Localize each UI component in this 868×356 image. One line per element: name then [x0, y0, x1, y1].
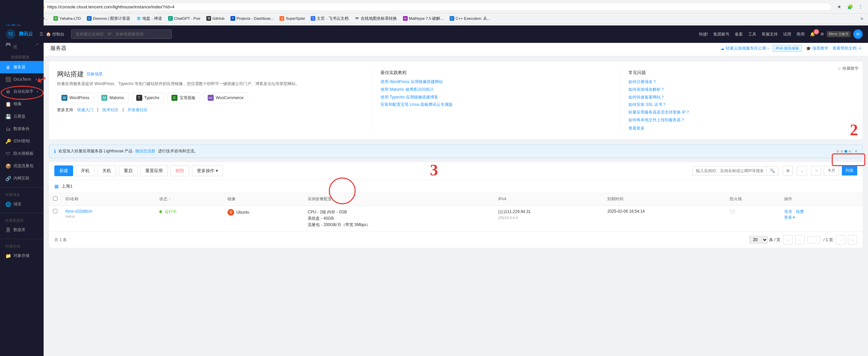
- faq-item-6[interactable]: 如何将本地文件上传到服务器？: [628, 117, 855, 123]
- new-button[interactable]: 新建: [54, 166, 73, 176]
- reset-button[interactable]: 重置应用: [140, 166, 168, 176]
- banner-bookmark[interactable]: ☆ 收藏教学: [837, 66, 859, 71]
- nav-menu-icon[interactable]: ☰: [39, 32, 43, 36]
- ipv6-badge[interactable]: IPv6 抢先体验: [773, 45, 802, 52]
- nav-settings[interactable]: ⚙: [818, 31, 827, 38]
- notif-close-button[interactable]: ×: [855, 148, 858, 154]
- sidebar-item-domain[interactable]: 🌐 域名: [0, 198, 43, 210]
- upload-icon-button[interactable]: ↑: [811, 166, 821, 176]
- traffic-icon: 📦: [5, 164, 11, 169]
- tutorial-item-3[interactable]: 使用 Typecho 应用镜像搭建博客: [380, 95, 607, 100]
- row-checkbox[interactable]: [53, 209, 57, 213]
- nav-order[interactable]: 备案: [732, 30, 746, 38]
- quick-start-link[interactable]: 快速入门: [77, 107, 93, 113]
- external-link-icon: ↗: [35, 78, 37, 81]
- faq-item-5[interactable]: 轻量应用服务器是否支持更换 IP？: [628, 109, 855, 115]
- select-all-checkbox[interactable]: [53, 196, 57, 201]
- bookmark-feishu[interactable]: 飞 主页 - 飞书云文档: [308, 15, 351, 22]
- sidebar-item-ssh[interactable]: 🔑 SSH密钥: [0, 135, 43, 147]
- bookmark-yahaha[interactable]: Y Yahaha-LTD: [51, 15, 84, 22]
- search-icon-button[interactable]: 🔍: [766, 167, 778, 175]
- banner-switch-link[interactable]: 切换场景: [87, 71, 103, 77]
- bookmark-cpp[interactable]: C C++ Execution: 从...: [447, 15, 493, 22]
- dev-community-link[interactable]: 开发者社区: [127, 107, 148, 113]
- list-view-button[interactable]: 列表: [842, 166, 857, 176]
- brand-name: 腾讯云: [19, 31, 33, 37]
- help-link[interactable]: 查看帮助文档 ↗: [832, 45, 861, 51]
- instance-search-input[interactable]: [692, 167, 766, 175]
- restart-button[interactable]: 重启: [119, 166, 137, 176]
- bookmark-projects[interactable]: P Projects - Dashboar...: [228, 15, 276, 22]
- extensions-button[interactable]: 🧩: [845, 2, 855, 11]
- prev-page-button[interactable]: ‹: [795, 235, 805, 245]
- faq-more-link[interactable]: 查看更多: [628, 126, 855, 131]
- next-page-button[interactable]: ›: [836, 235, 845, 245]
- edu-link[interactable]: 🎓 场景教学: [806, 45, 829, 51]
- stop-button[interactable]: 关机: [97, 166, 116, 176]
- nav-bell[interactable]: 🔔 22: [807, 31, 818, 38]
- faq-item-1[interactable]: 如何注册域名？: [628, 79, 855, 85]
- app-wordpress[interactable]: W WordPress: [57, 93, 94, 103]
- address-bar[interactable]: 🔒 https://console.cloud.tencent.com/ligh…: [36, 3, 832, 11]
- bookmarks-more[interactable]: »: [858, 15, 865, 22]
- last-page-button[interactable]: »: [848, 235, 857, 245]
- nav-search[interactable]: [71, 30, 689, 39]
- sidebar-item-database[interactable]: 🗄 数据库: [0, 224, 43, 236]
- renew-action[interactable]: 续费: [796, 209, 804, 214]
- game-zone-link[interactable]: ☁ 轻量云游戏服专区公测 ›: [720, 45, 769, 51]
- faq-item-4[interactable]: 如何安装 SSL 证书？: [628, 102, 855, 107]
- notif-link[interactable]: 微信交流群: [135, 148, 155, 154]
- faq-item-3[interactable]: 如何快速备案网站？: [628, 95, 855, 100]
- tutorial-item-1[interactable]: 使用 WordPress 应用镜像搭建网站: [380, 79, 607, 85]
- chatgpt-favicon: C: [168, 16, 173, 21]
- sidebar-item-traffic[interactable]: 📦 优选流量包: [0, 160, 43, 172]
- nav-tools[interactable]: 工具: [746, 30, 759, 38]
- sidebar-item-disk[interactable]: 💾 云硬盘: [0, 110, 43, 122]
- more-actions-button[interactable]: 更多操作 ▾: [192, 166, 223, 176]
- settings-icon-button[interactable]: ⚙: [783, 166, 793, 176]
- tutorial-item-4[interactable]: 安装和配置宝塔 Linux 面板腾讯云专属版: [380, 102, 607, 107]
- nav-account[interactable]: 商用: [794, 30, 807, 38]
- current-page-input[interactable]: 1: [807, 236, 821, 244]
- page-size-dropdown[interactable]: 20 50 100: [749, 236, 768, 244]
- tutorial-item-2[interactable]: 使用 Matomo 做博客访问统计: [380, 87, 607, 93]
- menu-button[interactable]: ⋮: [856, 2, 865, 11]
- sidebar-item-automation[interactable]: ⚙ 自动化助手 ▾: [0, 85, 43, 98]
- sidebar-item-object-storage[interactable]: 📁 对象存储: [0, 249, 43, 262]
- bookmark-supersplat[interactable]: S SuperSplat: [277, 15, 307, 22]
- bookmark-chandao[interactable]: 🌐 地盘 - 禅道: [133, 15, 164, 22]
- nav-shortcut[interactable]: 快捷!: [696, 30, 711, 38]
- card-view-button[interactable]: 卡片: [824, 166, 839, 176]
- start-button[interactable]: 开机: [76, 166, 95, 176]
- destroy-button[interactable]: 销毁: [170, 166, 189, 176]
- sidebar-item-server[interactable]: 🖥 服务器: [0, 61, 43, 73]
- bookmark-chatgpt[interactable]: C ChatGPT - Poe: [165, 15, 203, 22]
- faq-item-2[interactable]: 如何添加域名解析？: [628, 87, 855, 93]
- sidebar-item-orcaterm[interactable]: ⬛ OrcaTerm ↗: [0, 73, 43, 85]
- nav-support[interactable]: 客服支持: [759, 30, 780, 38]
- first-page-button[interactable]: «: [783, 235, 793, 245]
- app-typecho[interactable]: T Typecho: [132, 93, 164, 103]
- app-baota[interactable]: 宝 宝塔面板: [167, 93, 200, 103]
- nav-team[interactable]: 集团账号: [711, 30, 732, 38]
- sidebar-item-network[interactable]: 🔗 内网互联: [0, 172, 43, 184]
- user-avatar[interactable]: M: [853, 30, 863, 39]
- more-actions[interactable]: 更多 ▾: [784, 215, 859, 220]
- sidebar-item-image[interactable]: 📋 镜像: [0, 98, 43, 110]
- bookmark-github[interactable]: ⌘ GitHub: [204, 15, 227, 22]
- sidebar-item-backup[interactable]: 🗂 数据备份: [0, 122, 43, 135]
- login-action[interactable]: 登录: [784, 209, 792, 214]
- app-matomo[interactable]: M Matomo: [97, 93, 128, 103]
- search-input[interactable]: [71, 30, 172, 39]
- bookmark-desmos[interactable]: D Desmos | 图形计算器: [84, 15, 133, 22]
- instance-id[interactable]: lhins-c02ld8cm: [65, 209, 151, 214]
- download-icon-button[interactable]: ↓: [797, 166, 807, 176]
- bookmark-map[interactable]: 🗺 在线地图坐标系转换: [352, 15, 400, 22]
- app-woocommerce[interactable]: WC WooCommerce: [203, 93, 248, 103]
- star-button[interactable]: ★: [834, 2, 844, 11]
- nav-trial[interactable]: 试用: [780, 30, 794, 38]
- firewall-shield-icon[interactable]: 🛡: [730, 209, 735, 215]
- bookmark-mathtype[interactable]: M Mathtype 7.5 破解...: [400, 15, 446, 22]
- tech-community-link[interactable]: 技术社区: [102, 107, 118, 113]
- sidebar-item-firewall[interactable]: 🛡 防火墙模板: [0, 147, 43, 160]
